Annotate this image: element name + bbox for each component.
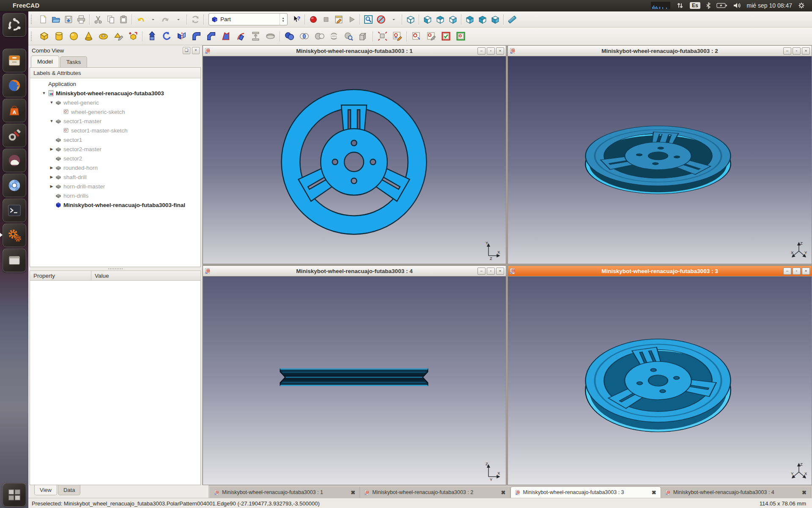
files-launcher[interactable] (3, 49, 26, 72)
chamfer-button[interactable] (204, 29, 219, 44)
restore-button[interactable]: ▫ (793, 47, 801, 55)
window-tab[interactable]: Miniskybot-wheel-renacuajo-futaba3003 : … (210, 487, 360, 498)
paste-button[interactable] (117, 13, 130, 26)
window-titlebar[interactable]: Miniskybot-wheel-renacuajo-futaba3003 : … (203, 266, 506, 276)
part-sphere-button[interactable] (66, 29, 81, 44)
sweep-button[interactable] (233, 29, 248, 44)
view-bottom-button[interactable] (476, 13, 489, 26)
create-sketch-button[interactable] (409, 29, 424, 44)
minimize-button[interactable]: – (783, 47, 791, 55)
mirror-button[interactable] (174, 29, 189, 44)
tree-item[interactable]: ▼Miniskybot-wheel-renacuajo-futaba3003 (30, 88, 200, 98)
fillet-button[interactable] (189, 29, 204, 44)
window-tab[interactable]: Miniskybot-wheel-renacuajo-futaba3003 : … (360, 487, 510, 498)
draw-style-button[interactable] (375, 13, 387, 26)
tree-expander[interactable]: ▶ (49, 184, 55, 188)
tree-expander[interactable]: ▶ (49, 147, 55, 151)
bluetooth-icon[interactable] (706, 0, 711, 11)
edit-sketch-button[interactable] (390, 29, 405, 44)
tree-item[interactable]: ▼wheel-generic (30, 98, 200, 107)
3d-viewport-4[interactable]: ZXY (203, 276, 506, 485)
undo-button[interactable] (134, 13, 147, 26)
shape-builder-button[interactable] (126, 29, 140, 44)
dash-home-button[interactable] (3, 13, 26, 37)
boolean-union-button[interactable] (282, 29, 297, 44)
tab-tasks[interactable]: Tasks (60, 56, 88, 67)
terminal-launcher[interactable] (3, 199, 26, 222)
minimize-button[interactable]: – (477, 268, 486, 275)
part-box-button[interactable] (37, 29, 52, 44)
tree-item[interactable]: Miniskybot-wheel-renacuajo-futaba3003-fi… (30, 200, 200, 210)
part-torus-button[interactable] (96, 29, 111, 44)
tab-view[interactable]: View (34, 485, 57, 495)
system-monitor-graph-icon[interactable] (651, 0, 670, 11)
loft-button[interactable] (248, 29, 263, 44)
redo-dropdown[interactable] (172, 13, 185, 26)
tab-data[interactable]: Data (58, 485, 80, 495)
toolbar-grip[interactable] (31, 15, 35, 24)
value-column[interactable]: Value (91, 271, 201, 281)
undo-dropdown[interactable] (147, 13, 159, 26)
minimize-button[interactable]: – (783, 268, 791, 275)
restore-button[interactable]: ▫ (487, 47, 495, 55)
3d-viewport-2[interactable]: ZXY (508, 56, 812, 264)
tree-expander[interactable]: ▼ (49, 100, 55, 105)
close-button[interactable]: × (802, 268, 810, 275)
keyboard-layout-indicator[interactable]: Es (690, 0, 700, 11)
workbench-selector[interactable]: Part▴▾ (208, 13, 288, 25)
draw-style-dropdown[interactable] (387, 13, 400, 26)
property-column[interactable]: Property (30, 271, 91, 281)
tree-item[interactable]: Application (30, 79, 200, 88)
tree-item[interactable]: horn-drills (30, 191, 200, 200)
window-titlebar[interactable]: Miniskybot-wheel-renacuajo-futaba3003 : … (508, 266, 812, 276)
combo-view-header[interactable]: Combo View ❏ × (28, 45, 202, 55)
minimize-button[interactable]: – (477, 47, 486, 55)
tree-expander[interactable]: ▼ (41, 91, 47, 95)
ruled-surface-button[interactable] (219, 29, 233, 44)
tree-item[interactable]: ▶rounded-horn (30, 163, 200, 172)
section-button[interactable] (263, 29, 278, 44)
validate-sketch-button[interactable] (439, 29, 453, 44)
print-button[interactable] (75, 13, 88, 26)
tree-item[interactable]: wheel-generic-sketch (30, 107, 200, 116)
macro-stop-button[interactable] (320, 13, 332, 26)
merge-sketches-button[interactable] (453, 29, 468, 44)
boolean-common-button[interactable] (297, 29, 312, 44)
toolbar-grip[interactable] (31, 32, 35, 41)
part-cone-button[interactable] (81, 29, 96, 44)
copy-button[interactable] (104, 13, 117, 26)
macro-edit-button[interactable] (332, 13, 345, 26)
view-top-button[interactable] (434, 13, 447, 26)
tree-expander[interactable]: ▶ (49, 175, 55, 179)
tree-expander[interactable]: ▼ (49, 119, 55, 123)
workspace-switcher[interactable] (3, 483, 26, 507)
ubuntu-one-launcher[interactable] (3, 149, 26, 172)
check-geometry-button[interactable] (341, 29, 356, 44)
window-titlebar[interactable]: Miniskybot-wheel-renacuajo-futaba3003 : … (508, 46, 812, 56)
redo-button[interactable] (159, 13, 172, 26)
tree-item[interactable]: ▼sector1-master (30, 116, 200, 126)
tree-item[interactable]: ▶shaft-drill (30, 172, 200, 182)
cut-button[interactable] (92, 13, 104, 26)
tree-expander[interactable]: ▶ (49, 166, 55, 170)
open-button[interactable] (49, 13, 62, 26)
window-tab[interactable]: Miniskybot-wheel-renacuajo-futaba3003 : … (510, 486, 661, 498)
panel-close-button[interactable]: × (192, 47, 200, 54)
tree-item[interactable]: ▶sector2-master (30, 144, 200, 154)
view-rear-button[interactable] (464, 13, 476, 26)
view-front-button[interactable] (421, 13, 434, 26)
chromium-launcher[interactable] (3, 174, 26, 197)
tab-close-icon[interactable]: ✖ (802, 489, 807, 496)
firefox-launcher[interactable] (3, 74, 26, 97)
tree-item[interactable]: sector1 (30, 135, 200, 144)
window-launcher[interactable] (3, 248, 26, 272)
3d-viewport-3[interactable]: ZYX (508, 276, 812, 485)
save-button[interactable] (62, 13, 75, 26)
close-button[interactable]: × (496, 47, 504, 55)
tab-close-icon[interactable]: ✖ (351, 489, 355, 496)
tree-item[interactable]: sector2 (30, 154, 200, 163)
restore-button[interactable]: ▫ (487, 268, 495, 275)
freecad-launcher[interactable] (3, 224, 26, 247)
volume-icon[interactable] (733, 0, 741, 11)
measure-distance-button[interactable] (506, 13, 518, 26)
